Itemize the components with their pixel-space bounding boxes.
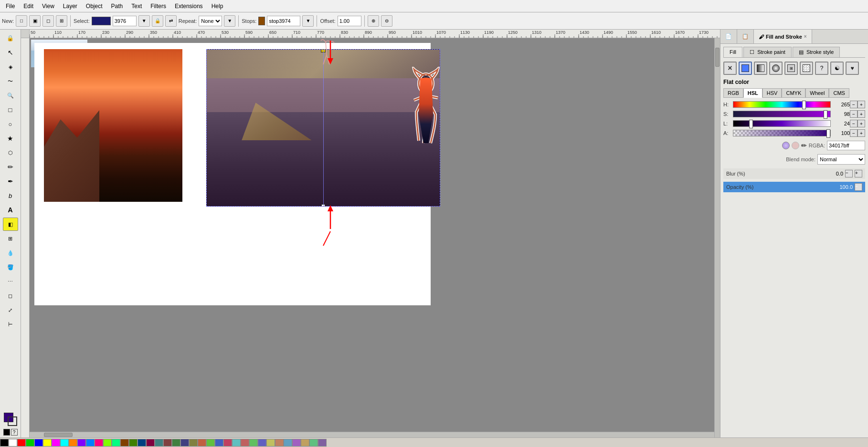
node-count-input[interactable] [113,16,137,26]
zoom-tool[interactable]: 🔍 [3,89,18,102]
palette-purple[interactable] [77,439,86,447]
unset-btn[interactable]: ☯ [830,62,844,75]
circle-tool[interactable]: ○ [3,117,18,131]
canvas-area[interactable] [21,30,720,437]
tweak-tool[interactable]: 〜 [3,74,18,88]
palette-peach[interactable] [275,439,284,447]
new-fill-btn[interactable]: ▣ [29,15,41,27]
calligraphy-tool[interactable]: b [3,189,18,202]
palette-khaki[interactable] [189,439,198,447]
palette-slateblue[interactable] [180,439,189,447]
lock-tool[interactable]: 🔒 [3,31,18,45]
menu-path[interactable]: Path [107,2,127,10]
eraser-tool[interactable]: ◻ [3,289,18,302]
l-slider-track[interactable] [733,120,831,127]
palette-sky[interactable] [284,439,292,447]
stroke-swatch[interactable] [8,416,17,426]
palette-red[interactable] [17,439,26,447]
rgb-tab[interactable]: RGB [723,88,743,98]
no-paint-btn[interactable]: × [723,62,737,75]
rgba-input[interactable] [827,141,865,150]
palette-magenta[interactable] [52,439,60,447]
cmyk-tab[interactable]: CMYK [782,88,805,98]
palette-springgreen[interactable] [112,439,120,447]
h-minus-btn[interactable]: − [850,101,857,108]
palette-orange[interactable] [69,439,77,447]
scroll-thumb[interactable] [715,48,720,67]
menu-extensions[interactable]: Extensions [171,2,207,10]
stop-name-input[interactable] [267,16,300,26]
opacity-minus-btn[interactable]: − [855,183,862,191]
select-swatch[interactable] [92,17,111,25]
selector-tool[interactable]: ↖ [3,46,18,59]
new-mesh-btn[interactable]: ⊞ [56,15,67,27]
palette-teal[interactable] [155,439,163,447]
offset-input[interactable] [338,16,361,26]
palette-cyan[interactable] [60,439,69,447]
cms-tab[interactable]: CMS [829,88,849,98]
palette-sienna[interactable] [163,439,172,447]
palette-maroon[interactable] [146,439,155,447]
palette-yellow[interactable] [43,439,52,447]
s-plus-btn[interactable]: + [857,110,865,118]
palette-pink[interactable] [95,439,103,447]
palette-black[interactable] [0,439,9,447]
palette-mint[interactable] [249,439,258,447]
rect-tool[interactable]: □ [3,103,18,116]
l-slider-thumb[interactable] [749,120,753,128]
new-rect-btn[interactable]: □ [16,15,27,27]
palette-periwinkle[interactable] [258,439,266,447]
fill-stroke-close[interactable]: × [804,34,807,39]
flip-btn[interactable]: ⇄ [165,15,177,27]
a-slider-track[interactable] [733,130,831,136]
s-slider-thumb[interactable] [824,110,827,119]
eyedropper-btn[interactable]: ✏ [801,142,807,149]
node-tool[interactable]: ◈ [3,60,18,73]
l-plus-btn[interactable]: + [857,120,865,127]
blend-mode-select[interactable]: Normal Multiply Screen Overlay [817,154,865,165]
doc-properties-tab[interactable]: 📋 [737,30,754,43]
palette-salmon[interactable] [241,439,249,447]
s-slider-track[interactable] [733,111,831,117]
wheel-tab[interactable]: Wheel [805,88,829,98]
a-slider-thumb[interactable] [826,129,830,138]
palette-sage[interactable] [172,439,180,447]
l-minus-btn[interactable]: − [850,120,857,127]
a-plus-btn[interactable]: + [857,129,865,137]
palette-terra[interactable] [198,439,206,447]
blur-minus-btn[interactable]: − [845,170,853,177]
linear-gradient-btn[interactable] [754,62,767,75]
menu-edit[interactable]: Edit [20,2,37,10]
radial-gradient-btn[interactable] [769,62,783,75]
palette-green[interactable] [26,439,34,447]
stroke-style-checkbox[interactable]: ▤ [799,49,804,55]
horizontal-scrollbar[interactable] [30,432,714,437]
h-plus-btn[interactable]: + [857,101,865,108]
h-slider-track[interactable] [733,101,831,108]
stroke-paint-checkbox[interactable]: ☐ [750,49,754,55]
palette-cornflower[interactable] [215,439,223,447]
menu-view[interactable]: View [38,2,58,10]
a-minus-btn[interactable]: − [850,129,857,137]
palette-lightblue[interactable] [86,439,95,447]
palette-sand[interactable] [301,439,309,447]
snap-btn[interactable]: ⊕ [368,15,379,27]
menu-file[interactable]: File [2,2,19,10]
new-stroke-btn[interactable]: ◻ [42,15,54,27]
palette-grass[interactable] [206,439,215,447]
select-dropdown[interactable]: ▼ [138,15,150,27]
menu-filters[interactable]: Filters [147,2,170,10]
lock-btn[interactable]: 🔒 [152,15,163,27]
palette-olive[interactable] [129,439,138,447]
blur-plus-btn[interactable]: + [855,170,862,177]
palette-lime[interactable] [266,439,275,447]
text-tool[interactable]: A [3,203,18,217]
stop-dropdown[interactable]: ▼ [302,15,314,27]
repeat-dropdown[interactable]: ▼ [224,15,235,27]
stop-swatch[interactable] [258,17,265,25]
none-swatch[interactable]: ? [11,429,18,436]
menu-object[interactable]: Object [82,2,106,10]
palette-lavender[interactable] [292,439,301,447]
black-swatch[interactable] [3,429,10,436]
mesh-gradient-tool[interactable]: ⊞ [3,232,18,245]
